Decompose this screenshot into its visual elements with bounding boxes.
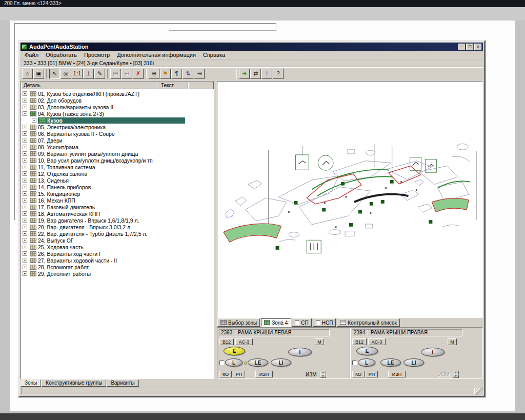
expand-toggle[interactable]: + [23,145,27,149]
expand-toggle[interactable]: + [23,258,27,263]
expand-toggle[interactable]: + [23,185,27,189]
pilcrow-icon[interactable]: ¶ [171,69,182,79]
copy-icon[interactable]: ⊞ [122,69,132,79]
expand-toggle[interactable]: + [23,131,27,136]
l-button[interactable]: L [225,358,243,367]
zoom-page-icon[interactable]: ⊕ [149,69,159,79]
help-icon[interactable]: ? [273,69,284,79]
tree-item[interactable]: + 19, Вар двигателя - Впрыск 1,6/1,8/1,9… [21,217,214,224]
tree-item[interactable]: + 22, Вар. двигателя - Турбо Дизель 1,7/… [21,230,214,237]
le-button[interactable]: LE [248,358,268,367]
expand-toggle[interactable]: + [23,218,27,223]
expand-toggle[interactable]: + [23,165,27,169]
view-tab[interactable]: Контрольный список [337,318,400,327]
b12-button[interactable]: B12 [219,338,234,345]
tree-item[interactable]: + 28, Вспомогат работ [21,264,214,270]
maximize-button[interactable]: □ [466,44,474,50]
bottom-tab[interactable]: Варианты [107,379,138,387]
menu-item[interactable]: Справка [199,51,229,58]
expand-toggle[interactable]: + [23,178,27,183]
le-button[interactable]: LE [380,358,401,367]
tree-item[interactable]: + 25, Ходовая часть [21,244,214,250]
tree-item[interactable]: − 04, Кузов (также зона 2+3) [21,110,214,117]
expand-toggle[interactable]: + [23,171,27,176]
expand-toggle[interactable]: + [23,245,27,249]
view-tab[interactable]: Зона 4 [261,318,291,327]
select-cursor-icon[interactable]: ↖ [49,69,60,79]
print-icon[interactable]: ▤ [110,69,121,79]
measure-icon[interactable]: ⊥ [83,69,94,79]
tree-item[interactable]: + 12, Отделка салона [21,170,214,177]
expand-toggle[interactable]: + [23,138,27,143]
tree-item[interactable]: + 06, Варианты кузова II - Coupe [21,130,214,137]
spin-down-icon[interactable]: ▼ [320,374,326,378]
bottom-tab[interactable]: Конструктивные группы [42,379,106,387]
expand-toggle[interactable]: + [23,265,27,269]
expand-toggle[interactable]: + [23,251,27,256]
m-button[interactable]: M [315,338,324,345]
expand-toggle[interactable]: + [23,231,27,236]
bottom-tab[interactable]: Зоны [21,379,41,387]
draw-icon[interactable]: ✎ [94,69,105,79]
expand-toggle[interactable]: + [23,91,27,96]
spin-up-icon[interactable]: ▲ [320,371,326,374]
rp-button[interactable]: РП [366,371,378,377]
spin-up-icon[interactable]: ▲ [453,371,459,374]
tree-item[interactable]: + 14, Панель приборов [21,184,214,190]
tree-item[interactable]: + 24, Выпуск ОГ [21,237,214,244]
expand-toggle[interactable]: + [23,198,27,203]
transfer-icon[interactable]: ⇄ [250,69,261,79]
expand-toggle[interactable]: + [23,125,27,129]
ac3-button[interactable]: AC-3 [368,338,386,345]
delete-icon[interactable]: ✗ [133,69,144,79]
e-button[interactable]: E [356,347,378,355]
i-button[interactable]: I [421,348,445,356]
tree-item[interactable]: + 11, Топливная система [21,164,214,170]
tree-item[interactable]: + 09, Вариант усилит рамы/уплотн днища [21,150,214,157]
expand-toggle[interactable]: − [23,111,27,116]
tree-item[interactable]: + 01, Кузов без отделки/ЛКП (произв./AZT… [21,90,214,97]
expand-toggle[interactable]: + [23,151,27,156]
l-checkbox[interactable] [219,361,224,365]
expand-toggle[interactable]: + [23,158,27,163]
column-header-text[interactable]: Текст [158,82,188,89]
tree-item[interactable]: + 16, Механ КПП [21,197,214,204]
close-button[interactable]: × [474,44,482,50]
expand-toggle[interactable]: + [23,205,27,209]
tree-item[interactable]: + 26, Варианты ход части I [21,250,214,257]
tree-item[interactable]: + 07, Двери [21,137,214,144]
expand-toggle[interactable]: + [23,225,27,229]
info-icon[interactable]: i [261,69,272,79]
li-button[interactable]: LI [271,358,291,367]
spin-down-icon[interactable]: ▼ [453,374,459,378]
menu-item[interactable]: Просмотр [80,51,113,58]
resize-grip[interactable] [476,388,483,395]
tree-item[interactable]: + 10, Вар усил рам/уплотн днищ/воздухопр… [21,157,214,164]
m-button[interactable]: M [448,338,457,345]
jump-icon[interactable]: ⇥ [194,69,205,79]
tree-item[interactable]: + 17, Базовый двигатель [21,204,214,210]
l-checkbox[interactable] [352,361,357,365]
tree-item[interactable]: + 13, Сиденья [21,177,214,184]
view-tab[interactable]: СП [292,318,311,327]
tree-item[interactable]: + 18, Автоматическая КПП [21,210,214,217]
expand-toggle[interactable]: + [23,98,27,103]
exit-icon[interactable]: ➔ [239,69,250,79]
menu-item[interactable]: Файл [21,51,42,58]
tree-item[interactable]: + 02, Доп оборудов [21,97,214,104]
li-button[interactable]: LI [403,358,424,367]
tree-item[interactable]: + 03, Дополн/варианты кузова II [21,104,214,110]
expand-toggle[interactable]: + [23,191,27,196]
expand-toggle[interactable]: + [32,118,36,123]
window-title-bar[interactable]: AudaPen/AudaStation – □ × [21,43,483,51]
tree-item[interactable]: + 15, Кондиционер [21,190,214,197]
ac3-button[interactable]: AC-3 [235,338,253,345]
menu-item[interactable]: Обработать [42,51,80,58]
e-button[interactable]: E [224,347,245,355]
column-header-detail[interactable]: Деталь [21,82,158,89]
b12-button[interactable]: B12 [352,338,367,345]
tree-item[interactable]: + Кузов [21,117,214,124]
workstation-icon[interactable]: ▣ [33,69,44,79]
izm-spinner[interactable]: ▲ ▼ [320,371,326,378]
tree-item[interactable]: + 08, Усилит/рама [21,144,214,150]
